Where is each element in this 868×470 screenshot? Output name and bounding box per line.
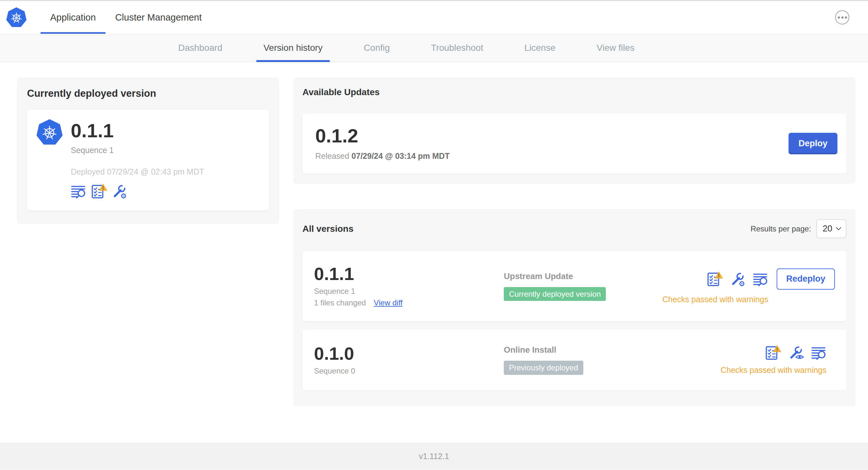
version-action-icons — [765, 345, 827, 360]
version-info: 0.1.0 Sequence 0 — [314, 345, 504, 375]
deploy-button[interactable]: Deploy — [788, 133, 837, 154]
kubernetes-logo-icon — [6, 7, 26, 27]
released-date: 07/29/24 @ 03:14 pm MDT — [352, 152, 450, 160]
version-info: 0.1.1 Sequence 1 1 files changed View di… — [314, 265, 504, 307]
deployed-version-panel: 0.1.1 Sequence 1 Deployed 07/29/24 @ 02:… — [27, 110, 269, 210]
tab-cluster-management[interactable]: Cluster Management — [105, 1, 211, 34]
version-source: Upstream Update Currently deployed versi… — [504, 271, 662, 301]
tab-version-history[interactable]: Version history — [256, 34, 330, 62]
more-menu-button[interactable] — [835, 10, 849, 25]
version-sequence: Sequence 0 — [314, 367, 504, 375]
files-changed-label: 1 files changed — [314, 298, 366, 307]
preflight-checks-warning-icon[interactable] — [765, 345, 781, 360]
all-versions-title: All versions — [302, 224, 353, 234]
files-changed-line: 1 files changed View diff — [314, 298, 504, 307]
main-content: Currently deployed version 0.1.1 Sequenc… — [0, 62, 868, 443]
kubernetes-app-icon — [37, 119, 62, 145]
diff-icon[interactable] — [811, 345, 827, 360]
source-label: Upstream Update — [504, 271, 662, 281]
checks-status-link[interactable]: Checks passed with warnings — [662, 295, 768, 304]
edit-config-icon[interactable] — [730, 271, 746, 287]
all-versions-card: All versions Results per page: 20 0.1.1 … — [293, 209, 856, 406]
version-sequence: Sequence 1 — [314, 287, 504, 296]
version-source: Online Install Previously deployed — [504, 345, 721, 375]
tab-troubleshoot[interactable]: Troubleshoot — [424, 34, 490, 62]
results-per-page-label: Results per page: — [751, 224, 811, 233]
version-row: 0.1.0 Sequence 0 Online Install Previous… — [302, 330, 846, 390]
version-number: 0.1.1 — [314, 265, 504, 283]
tab-view-files[interactable]: View files — [589, 34, 642, 62]
version-number: 0.1.0 — [314, 345, 504, 363]
deployed-sequence-label: Sequence 1 — [71, 146, 204, 155]
ellipsis-icon — [838, 16, 840, 19]
redeploy-button[interactable]: Redeploy — [777, 268, 835, 290]
tab-application[interactable]: Application — [40, 1, 105, 34]
currently-deployed-card: Currently deployed version 0.1.1 Sequenc… — [17, 77, 279, 224]
deployed-version-number: 0.1.1 — [71, 121, 204, 140]
results-per-page-value: 20 — [823, 224, 832, 234]
preflight-checks-warning-icon[interactable] — [707, 271, 723, 287]
version-actions: Checks passed with warnings — [721, 345, 835, 375]
source-label: Online Install — [504, 345, 721, 355]
version-row: 0.1.1 Sequence 1 1 files changed View di… — [302, 251, 846, 321]
update-version-number: 0.1.2 — [315, 126, 450, 146]
right-column: Available Updates 0.1.2 Released 07/29/2… — [293, 77, 856, 406]
ellipsis-icon — [841, 16, 843, 19]
chevron-down-icon — [836, 227, 841, 231]
version-actions: Redeploy Checks passed with warnings — [662, 268, 835, 304]
status-badge: Previously deployed — [504, 361, 583, 375]
available-updates-card: Available Updates 0.1.2 Released 07/29/2… — [293, 77, 856, 184]
available-updates-title: Available Updates — [302, 87, 846, 97]
deployed-timestamp: Deployed 07/29/24 @ 02:43 pm MDT — [71, 167, 204, 176]
header-tabs: Application Cluster Management — [40, 1, 211, 34]
tab-dashboard[interactable]: Dashboard — [171, 34, 229, 62]
app-header: Application Cluster Management — [0, 1, 868, 34]
status-badge: Currently deployed version — [504, 287, 606, 301]
deployed-version-actions — [71, 183, 204, 199]
results-per-page-select[interactable]: 20 — [816, 219, 846, 238]
version-action-icons — [707, 271, 768, 287]
app-footer: v1.112.1 — [0, 443, 868, 470]
checks-status-link[interactable]: Checks passed with warnings — [721, 366, 827, 375]
diff-icon[interactable] — [753, 271, 768, 287]
app-subnav: Dashboard Version history Config Trouble… — [0, 34, 868, 62]
tab-license[interactable]: License — [517, 34, 563, 62]
update-released-line: Released 07/29/24 @ 03:14 pm MDT — [315, 152, 450, 161]
all-versions-header: All versions Results per page: 20 — [302, 219, 846, 238]
console-version-label: v1.112.1 — [419, 452, 449, 461]
view-diff-link[interactable]: View diff — [374, 298, 402, 307]
diff-icon[interactable] — [71, 183, 86, 199]
preflight-checks-warning-icon[interactable] — [91, 183, 107, 199]
tab-config[interactable]: Config — [357, 34, 397, 62]
ellipsis-icon — [845, 16, 847, 19]
currently-deployed-title: Currently deployed version — [27, 88, 269, 99]
released-label: Released — [315, 152, 349, 160]
edit-config-icon[interactable] — [112, 183, 127, 199]
brand-logo — [6, 1, 26, 34]
view-config-icon[interactable] — [788, 345, 804, 360]
update-row: 0.1.2 Released 07/29/24 @ 03:14 pm MDT D… — [302, 113, 846, 174]
results-per-page: Results per page: 20 — [751, 219, 846, 238]
